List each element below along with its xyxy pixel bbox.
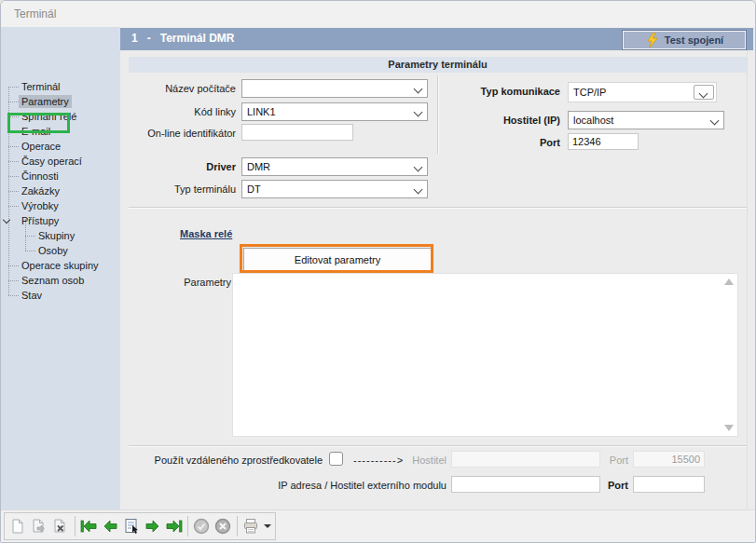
print-icon[interactable] [241,515,262,537]
nazev-pocitace-label: Název počítače [129,83,236,94]
use-remote-broker-label: Použít vzdáleného zprostředkovatele [129,455,323,466]
maska-rele-link[interactable]: Maska relé [180,228,232,239]
chevron-down-icon [414,164,423,171]
sidebar-item-pristupy[interactable]: Přístupy [1,213,120,228]
cancel-icon [213,515,234,537]
test-connection-button[interactable]: Test spojení [622,30,747,50]
sidebar-item-parametry[interactable]: Parametry [1,94,120,109]
record-title: Terminál DMR [160,32,235,45]
browse-records-icon[interactable] [120,515,142,537]
sidebar-item-seznam-osob[interactable]: Seznam osob [1,273,120,288]
tree-child-guide [25,219,26,251]
sidebar-item-zakazky[interactable]: Zakázky [1,183,120,198]
hostitel-ip-label: Hostitel (IP) [439,115,560,126]
chevron-down-icon [414,186,423,194]
port-label: Port [439,137,560,148]
horizontal-divider [129,445,747,447]
lightning-icon [645,33,658,48]
remote-hostitel-input [451,451,600,468]
next-record-icon[interactable] [142,515,163,537]
driver-label: Driver [129,161,236,172]
window-title: Terminál [14,7,56,20]
remote-port-label: Port [602,455,628,466]
toolbar-separator [187,516,188,536]
use-remote-broker-checkbox[interactable] [329,452,343,466]
record-header-bar: 1-Terminál DMR Test spojení [120,28,753,50]
typ-terminalu-combo[interactable]: DT [241,180,428,198]
dropdown-button[interactable] [694,85,714,100]
bottom-toolbar: OK Storno [1,509,755,543]
chevron-down-icon [414,109,423,116]
kod-linky-combo[interactable]: LINK1 [241,102,428,121]
chevron-down-icon[interactable] [4,217,10,224]
panel-right-edge [747,50,748,509]
arrow-dashes: ----------> [353,455,404,466]
sidebar-item-vyrobky[interactable]: Výrobky [1,198,120,213]
typ-komunikace-label: Typ komunikace [439,86,560,97]
typ-komunikace-combo[interactable]: TCP/IP [568,82,717,102]
copy-record-icon [29,515,50,537]
new-record-icon [7,515,29,537]
sidebar-item-cinnosti[interactable]: Činnosti [1,169,120,183]
green-annotation-box [7,113,70,133]
sidebar-item-osoby[interactable]: Osoby [1,243,120,258]
chevron-down-icon [699,90,708,98]
remote-port-input [633,451,705,468]
port2-input[interactable] [633,476,705,493]
section-header: Parametry terminálu [129,57,747,73]
sidebar-item-operace[interactable]: Operace [1,139,120,154]
scroll-down-arrow-icon[interactable] [724,425,734,431]
driver-combo[interactable]: DMR [241,157,428,176]
confirm-icon [191,515,213,537]
delete-record-icon [50,515,72,537]
edit-parameters-button[interactable]: Editovat parametry [243,248,432,271]
sidebar-item-operace-skupiny[interactable]: Operace skupiny [1,258,120,273]
port-input[interactable] [568,133,639,150]
window-titlebar: Terminál [1,1,755,27]
ip-modul-label: IP adresa / Hostitel externího modulu [150,480,447,491]
hostitel-ip-combo[interactable]: localhost [568,111,724,129]
toolbar-separator [237,516,238,536]
chevron-down-icon [710,117,720,125]
edit-parameters-label: Editovat parametry [295,254,380,265]
record-toolbar [4,512,276,540]
sidebar: Terminál Parametry Spínání relé E-mail O… [1,27,120,509]
online-identifikator-label: On-line identifikátor [129,128,236,139]
previous-record-icon[interactable] [99,515,120,537]
parametry-textarea[interactable] [232,273,738,437]
horizontal-divider [129,207,747,209]
sidebar-item-casy-operaci[interactable]: Časy operací [1,154,120,169]
ip-modul-input[interactable] [451,476,600,493]
record-index: 1 [131,32,138,45]
print-menu-caret-icon[interactable] [261,515,271,537]
toolbar-separator [75,516,76,536]
sidebar-item-terminal[interactable]: Terminál [1,79,120,94]
port2-label: Port [602,480,628,491]
last-record-icon[interactable] [163,515,185,537]
terminal-window: Terminál Terminál Parametry Spínání relé… [0,0,756,543]
nazev-pocitace-combo[interactable] [241,79,428,98]
typ-terminalu-label: Typ terminálu [129,183,236,195]
sidebar-item-skupiny[interactable]: Skupiny [1,228,120,243]
test-connection-label: Test spojení [665,34,723,46]
sidebar-item-stav[interactable]: Stav [1,288,120,303]
record-header-text: 1-Terminál DMR [131,32,243,45]
online-identifikator-input[interactable] [241,124,353,141]
scroll-up-arrow-icon[interactable] [724,278,734,285]
chevron-down-icon [414,86,423,93]
first-record-icon[interactable] [78,515,100,537]
kod-linky-label: Kód linky [129,106,236,117]
remote-hostitel-label: Hostitel [402,455,447,466]
parametry-textarea-wrap [232,273,738,437]
parametry-label: Parametry [129,277,231,288]
record-dash: - [147,32,151,45]
